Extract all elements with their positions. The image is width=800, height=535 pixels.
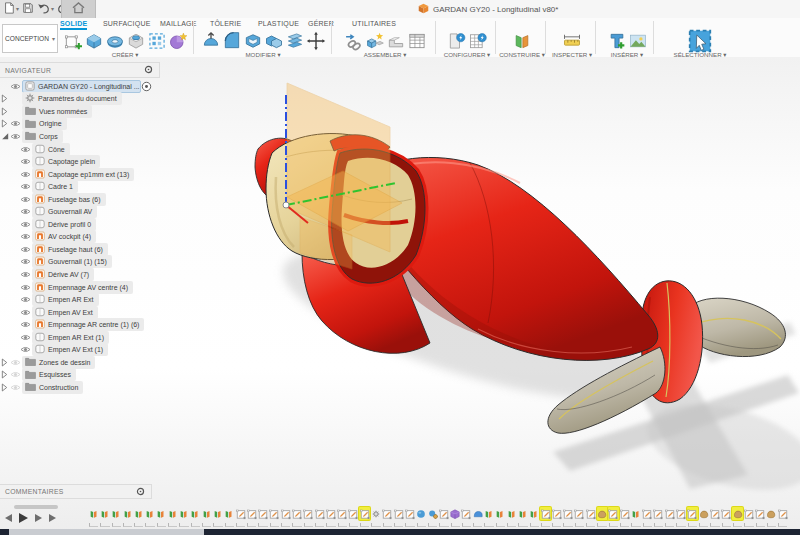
step-forward-button[interactable] bbox=[35, 514, 42, 522]
active-component-radio[interactable] bbox=[141, 81, 152, 92]
workspace-switcher[interactable]: CONCEPTION ▾ bbox=[2, 24, 58, 53]
timeline-feature-sketch[interactable] bbox=[246, 507, 257, 528]
tree-item-label[interactable]: Esquisses bbox=[22, 368, 76, 381]
panel-pin-icon[interactable] bbox=[144, 65, 153, 75]
press-pull-button[interactable] bbox=[201, 31, 221, 51]
timeline-feature-sketch[interactable] bbox=[404, 507, 415, 528]
derive-button[interactable] bbox=[607, 31, 627, 51]
timeline-feature-plane[interactable] bbox=[111, 507, 122, 528]
tree-item-label[interactable]: Paramètres du document bbox=[22, 92, 122, 105]
timeline-feature-sphere-gear[interactable] bbox=[427, 507, 438, 528]
tree-item[interactable]: Dérive AV (7) bbox=[0, 268, 158, 281]
tree-item[interactable]: Fuselage bas (6) bbox=[0, 193, 158, 206]
tree-item-label[interactable]: Fuselage bas (6) bbox=[32, 193, 106, 206]
tree-item[interactable]: Gouvernail (1) (15) bbox=[0, 256, 158, 269]
step-back-button[interactable] bbox=[5, 514, 12, 522]
timeline-feature-sketch[interactable] bbox=[664, 507, 675, 528]
timeline-feature-fill-hl[interactable] bbox=[596, 507, 607, 528]
visibility-eye-icon[interactable] bbox=[19, 333, 32, 342]
timeline-feature-sketch[interactable] bbox=[325, 507, 336, 528]
visibility-eye-icon[interactable] bbox=[19, 257, 32, 266]
tree-item[interactable]: Empennage AV centre (4) bbox=[0, 281, 158, 294]
comments-panel[interactable]: COMMENTAIRES bbox=[0, 484, 152, 499]
offset-face-button[interactable] bbox=[285, 31, 305, 51]
canvas-button[interactable] bbox=[628, 31, 648, 51]
tree-item[interactable]: Empen AR Ext bbox=[0, 293, 158, 306]
timeline-feature-plane[interactable] bbox=[144, 507, 155, 528]
timeline-feature-fill[interactable] bbox=[766, 507, 777, 528]
timeline-scrollbar[interactable] bbox=[14, 505, 58, 509]
timeline-feature-sketch[interactable] bbox=[461, 507, 472, 528]
tree-item-label[interactable]: Origine bbox=[22, 117, 67, 130]
tree-item-label[interactable]: Gouvernail (1) (15) bbox=[32, 255, 112, 268]
visibility-eye-icon[interactable] bbox=[19, 182, 32, 191]
timeline-feature-sketch[interactable] bbox=[337, 507, 348, 528]
tree-item[interactable]: Cône bbox=[0, 143, 158, 156]
timeline-feature-sketch[interactable] bbox=[777, 507, 788, 528]
timeline-feature-sketch[interactable] bbox=[291, 507, 302, 528]
timeline-feature-plane[interactable] bbox=[529, 507, 540, 528]
tree-item-label[interactable]: Cadre 1 bbox=[32, 180, 78, 193]
visibility-eye-icon[interactable] bbox=[19, 295, 32, 304]
timeline-feature-sketch[interactable] bbox=[382, 507, 393, 528]
visibility-eye-icon[interactable] bbox=[9, 358, 22, 367]
timeline-feature-sketch-hl[interactable] bbox=[359, 507, 370, 528]
tab-plastique[interactable]: PLASTIQUE bbox=[258, 20, 299, 27]
timeline-feature-sketch-hl[interactable] bbox=[687, 507, 698, 528]
tree-item[interactable]: Construction bbox=[0, 381, 158, 394]
tree-item-label[interactable]: Empennage AV centre (4) bbox=[32, 281, 133, 294]
document-tab[interactable]: GARDAN GY20 - Longitudinal v80* bbox=[96, 0, 800, 18]
config-table-button[interactable] bbox=[468, 31, 488, 51]
tree-item[interactable]: Empennage AR centre (1) (6) bbox=[0, 318, 158, 331]
expand-arrow-icon[interactable] bbox=[0, 370, 9, 379]
fillet-button[interactable] bbox=[222, 31, 242, 51]
timeline-feature-sketch[interactable] bbox=[562, 507, 573, 528]
visibility-eye-icon[interactable] bbox=[9, 383, 22, 392]
timeline-feature-plane[interactable] bbox=[224, 507, 235, 528]
timeline-feature-plane[interactable] bbox=[190, 507, 201, 528]
as-built-joint-button[interactable] bbox=[386, 31, 406, 51]
visibility-eye-icon[interactable] bbox=[19, 157, 32, 166]
tree-item-label[interactable]: Empen AV Ext bbox=[32, 306, 98, 319]
expand-arrow-icon[interactable] bbox=[0, 107, 9, 116]
tree-item[interactable]: Esquisses bbox=[0, 369, 158, 382]
hole-button[interactable] bbox=[126, 31, 146, 51]
origin-planes[interactable] bbox=[283, 83, 402, 269]
timeline-feature-plane[interactable] bbox=[88, 507, 99, 528]
tree-item-label[interactable]: Corps bbox=[22, 130, 63, 143]
tree-item-label[interactable]: Empennage AR centre (1) (6) bbox=[32, 318, 144, 331]
expand-arrow-icon[interactable] bbox=[0, 358, 9, 367]
timeline-feature-sketch[interactable] bbox=[743, 507, 754, 528]
revolve-button[interactable] bbox=[105, 31, 125, 51]
timeline-feature-gear[interactable] bbox=[370, 507, 381, 528]
timeline-feature-sketch[interactable] bbox=[574, 507, 585, 528]
home-tab[interactable] bbox=[61, 0, 96, 18]
tree-item[interactable]: Capotage plein bbox=[0, 155, 158, 168]
tree-item-label[interactable]: GARDAN GY20 - Longitudinal ... bbox=[22, 80, 141, 93]
timeline-feature-box[interactable] bbox=[450, 507, 461, 528]
visibility-eye-icon[interactable] bbox=[9, 119, 22, 128]
timeline-feature-plane[interactable] bbox=[495, 507, 506, 528]
timeline-feature-sketch[interactable] bbox=[755, 507, 766, 528]
timeline-feature-plane[interactable] bbox=[212, 507, 223, 528]
tree-item[interactable]: Cadre 1 bbox=[0, 180, 158, 193]
tab-maillage[interactable]: MAILLAGE bbox=[160, 20, 197, 27]
tree-item[interactable]: Empen AV Ext (1) bbox=[0, 343, 158, 356]
tree-item-label[interactable]: Cône bbox=[32, 143, 70, 156]
timeline-feature-sketch[interactable] bbox=[653, 507, 664, 528]
expand-arrow-icon[interactable] bbox=[0, 383, 9, 392]
tree-item-label[interactable]: Vues nommées bbox=[22, 105, 92, 118]
tree-item-label[interactable]: Capotage ep1mm ext (13) bbox=[32, 168, 134, 181]
tree-item-label[interactable]: Capotage plein bbox=[32, 155, 100, 168]
tab-surfacique[interactable]: SURFACIQUE bbox=[103, 20, 151, 27]
visibility-eye-icon[interactable] bbox=[19, 232, 32, 241]
visibility-eye-icon[interactable] bbox=[9, 82, 22, 91]
tab-tôlerie[interactable]: TÔLERIE bbox=[210, 20, 241, 27]
panel-pin-icon[interactable] bbox=[136, 487, 145, 497]
timeline-feature-plane[interactable] bbox=[122, 507, 133, 528]
tab-utilitaires[interactable]: UTILITAIRES bbox=[352, 20, 396, 27]
timeline-feature-sketch[interactable] bbox=[348, 507, 359, 528]
expand-arrow-icon[interactable] bbox=[0, 119, 9, 128]
tree-item-label[interactable]: Dérive profil 0 bbox=[32, 218, 96, 231]
sketch-create-button[interactable] bbox=[63, 31, 83, 51]
